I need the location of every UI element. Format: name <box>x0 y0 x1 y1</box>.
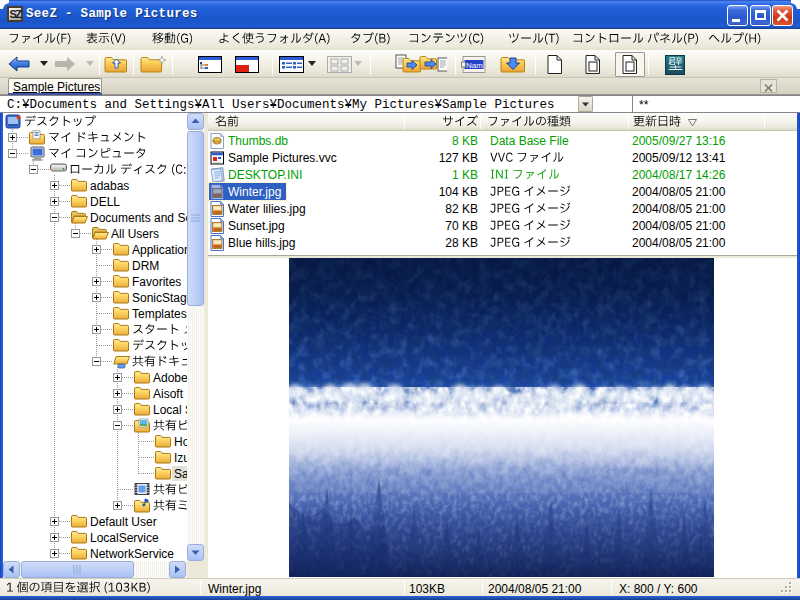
svg-text:Nam: Nam <box>466 61 483 70</box>
